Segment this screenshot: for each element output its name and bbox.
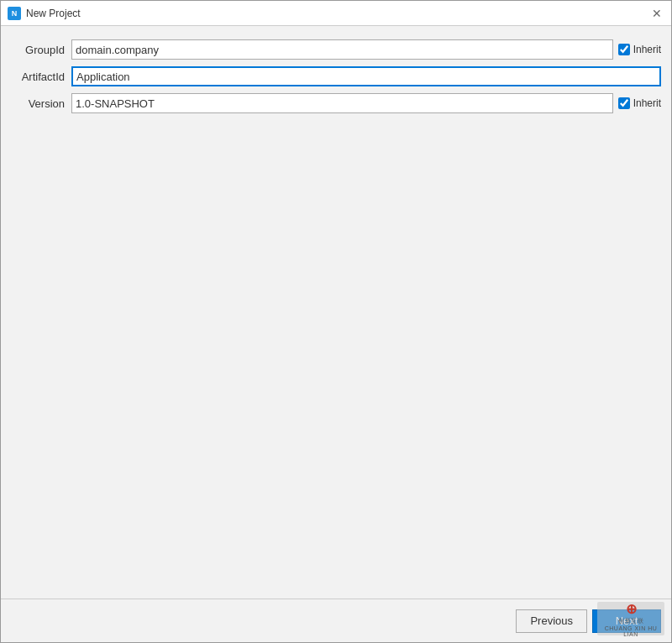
watermark: ⊕ 创新互联 CHUANG XIN HU LIAN	[597, 602, 664, 635]
version-inherit-checkbox[interactable]	[618, 97, 630, 109]
dialog-title: New Project	[26, 8, 81, 19]
groupid-inherit-checkbox[interactable]	[618, 44, 630, 55]
title-bar: N New Project ✕	[1, 1, 671, 26]
close-button[interactable]: ✕	[649, 6, 664, 21]
title-bar-left: N New Project	[8, 7, 81, 20]
groupid-inherit-wrapper: Inherit	[618, 44, 661, 55]
version-label: Version	[11, 97, 71, 110]
dialog-window: N New Project ✕ GroupId Inherit Artifact…	[0, 0, 672, 643]
dialog-content: GroupId Inherit ArtifactId Version Inher…	[1, 26, 671, 599]
watermark-text2: CHUANG XIN HU LIAN	[597, 625, 664, 637]
groupid-label: GroupId	[11, 44, 71, 56]
groupid-inherit-label: Inherit	[633, 44, 661, 55]
artifactid-row: ArtifactId	[11, 66, 661, 86]
version-row: Version Inherit	[11, 93, 661, 113]
groupid-input[interactable]	[71, 39, 613, 60]
groupid-row: GroupId Inherit	[11, 39, 661, 60]
watermark-text1: 创新互联	[618, 617, 643, 625]
version-input[interactable]	[71, 93, 613, 113]
artifactid-label: ArtifactId	[11, 71, 71, 83]
new-project-icon: N	[8, 7, 21, 20]
watermark-inner: ⊕ 创新互联 CHUANG XIN HU LIAN	[597, 601, 664, 637]
previous-button[interactable]: Previous	[516, 609, 587, 633]
version-inherit-label: Inherit	[633, 97, 661, 109]
dialog-footer: Previous Next	[1, 599, 671, 642]
artifactid-input[interactable]	[71, 66, 661, 86]
version-inherit-wrapper: Inherit	[618, 97, 661, 109]
watermark-icon: ⊕	[626, 601, 637, 617]
